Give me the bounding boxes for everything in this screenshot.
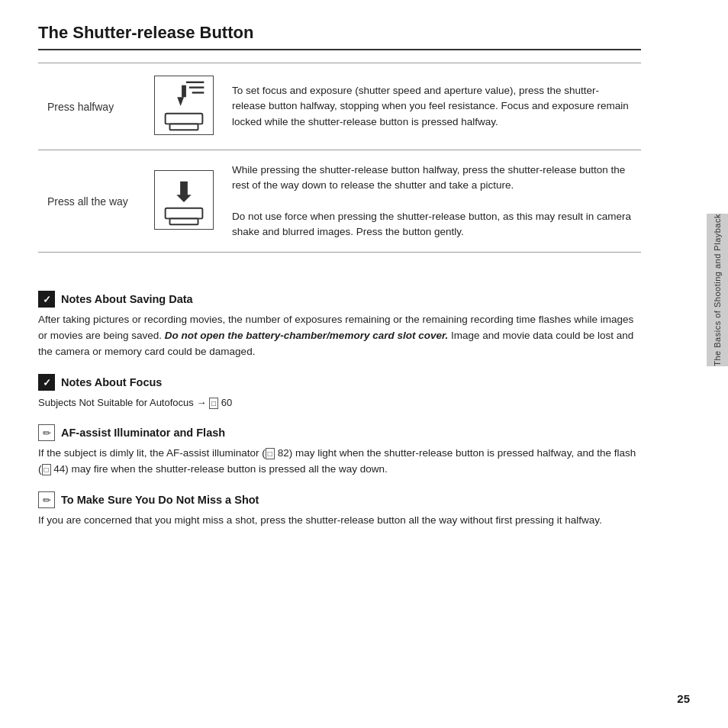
check-icon-2 xyxy=(38,374,55,391)
svg-marker-7 xyxy=(176,182,191,202)
page-number: 25 xyxy=(677,692,690,705)
note-af-assist: AF-assist Illuminator and Flash If the s… xyxy=(38,424,641,478)
note-saving-data: Notes About Saving Data After taking pic… xyxy=(38,291,641,360)
svg-rect-6 xyxy=(169,124,198,130)
table-row: Press halfway To set f xyxy=(38,63,641,150)
table-row: Press all the way While pressing the shu… xyxy=(38,150,641,253)
svg-rect-5 xyxy=(166,114,203,124)
svg-rect-4 xyxy=(182,85,186,98)
row1-icon xyxy=(145,63,223,150)
book-ref-icon-2: □ xyxy=(266,448,275,459)
row1-desc: To set focus and exposure (shutter speed… xyxy=(223,63,641,150)
check-icon xyxy=(38,291,55,308)
note-saving-data-body: After taking pictures or recording movie… xyxy=(38,312,641,360)
svg-marker-3 xyxy=(177,97,184,106)
pencil-icon-2 xyxy=(38,491,55,508)
note-af-assist-body: If the subject is dimly lit, the AF-assi… xyxy=(38,446,641,478)
sidebar-tab: The Basics of Shooting and Playback xyxy=(707,214,728,366)
note-miss-shot-title: To Make Sure You Do Not Miss a Shot xyxy=(61,494,259,506)
row1-label: Press halfway xyxy=(38,63,145,150)
pencil-icon xyxy=(38,424,55,441)
note-saving-data-header: Notes About Saving Data xyxy=(38,291,641,308)
note-focus: Notes About Focus Subjects Not Suitable … xyxy=(38,374,641,411)
shutter-table: Press halfway To set f xyxy=(38,63,641,253)
book-ref-icon-3: □ xyxy=(42,464,51,475)
note-miss-shot-header: To Make Sure You Do Not Miss a Shot xyxy=(38,491,641,508)
note-focus-body: Subjects Not Suitable for Autofocus → □ … xyxy=(38,395,641,411)
row2-icon xyxy=(145,150,223,253)
note-af-assist-title: AF-assist Illuminator and Flash xyxy=(61,427,225,439)
svg-rect-8 xyxy=(166,208,203,219)
note-focus-header: Notes About Focus xyxy=(38,374,641,391)
page-title: The Shutter-release Button xyxy=(38,23,641,50)
note-saving-data-title: Notes About Saving Data xyxy=(61,293,193,305)
row2-label: Press all the way xyxy=(38,150,145,253)
svg-rect-9 xyxy=(169,218,198,224)
row2-desc: While pressing the shutter-release butto… xyxy=(223,150,641,253)
note-af-assist-header: AF-assist Illuminator and Flash xyxy=(38,424,641,441)
book-ref-icon: □ xyxy=(209,398,218,409)
note-miss-shot-body: If you are concerned that you might miss… xyxy=(38,513,641,529)
note-focus-title: Notes About Focus xyxy=(61,376,162,388)
sidebar-label-text: The Basics of Shooting and Playback xyxy=(713,214,722,366)
note-miss-shot: To Make Sure You Do Not Miss a Shot If y… xyxy=(38,491,641,529)
